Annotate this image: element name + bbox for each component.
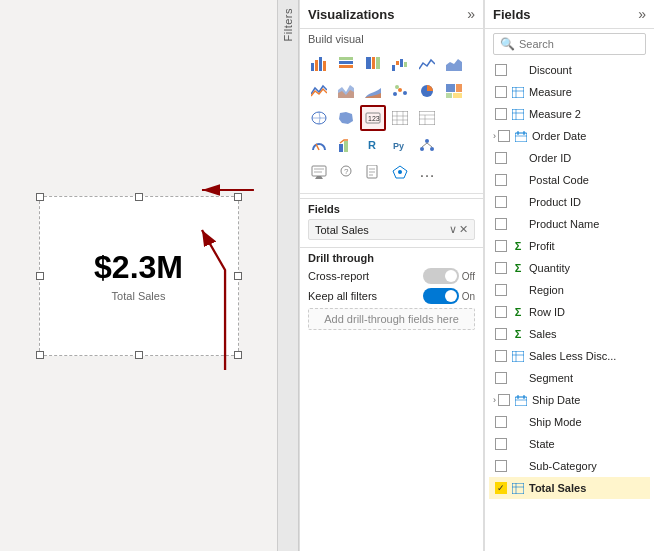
field-pill-remove-icon[interactable]: ✕ <box>459 223 468 236</box>
fields-panel-expand-icon[interactable]: » <box>638 6 646 22</box>
viz-icon-kpi[interactable] <box>333 132 359 158</box>
resize-handle-br[interactable] <box>234 351 242 359</box>
viz-icon-decomp[interactable] <box>414 132 440 158</box>
field-checkbox[interactable] <box>495 328 507 340</box>
viz-panel-title: Visualizations <box>308 7 394 22</box>
field-item[interactable]: Postal Code <box>489 169 650 191</box>
svg-rect-58 <box>367 165 377 178</box>
field-type-icon <box>511 459 525 473</box>
field-item[interactable]: ›Order Date <box>489 125 650 147</box>
field-item[interactable]: Total Sales <box>489 477 650 499</box>
field-checkbox[interactable] <box>495 284 507 296</box>
field-item-name: Quantity <box>529 262 570 274</box>
viz-icon-azure-map[interactable] <box>387 159 413 185</box>
field-checkbox[interactable] <box>495 174 507 186</box>
field-item[interactable]: Product Name <box>489 213 650 235</box>
viz-icon-bar-100[interactable] <box>360 51 386 77</box>
field-checkbox[interactable] <box>495 152 507 164</box>
field-item[interactable]: Order ID <box>489 147 650 169</box>
resize-handle-tr[interactable] <box>234 193 242 201</box>
viz-icon-waterfall[interactable] <box>387 51 413 77</box>
field-pill-chevron-icon[interactable]: ∨ <box>449 223 457 236</box>
field-item[interactable]: Ship Mode <box>489 411 650 433</box>
viz-icon-treemap[interactable] <box>441 78 467 104</box>
field-item[interactable]: ΣProfit <box>489 235 650 257</box>
field-item[interactable]: ›Ship Date <box>489 389 650 411</box>
svg-line-50 <box>422 143 427 147</box>
field-item[interactable]: ΣQuantity <box>489 257 650 279</box>
field-item[interactable]: Measure 2 <box>489 103 650 125</box>
field-item[interactable]: Segment <box>489 367 650 389</box>
field-item[interactable]: Sub-Category <box>489 455 650 477</box>
viz-panel-expand-icon[interactable]: » <box>467 6 475 22</box>
cross-report-toggle[interactable] <box>423 268 459 284</box>
field-checkbox[interactable] <box>498 394 510 406</box>
field-item[interactable]: Region <box>489 279 650 301</box>
resize-handle-ml[interactable] <box>36 272 44 280</box>
expand-arrow-icon[interactable]: › <box>493 395 496 405</box>
viz-icon-qna[interactable]: ? <box>333 159 359 185</box>
viz-icon-more[interactable]: … <box>414 159 440 185</box>
field-checkbox[interactable] <box>495 86 507 98</box>
viz-icon-line2[interactable] <box>306 78 332 104</box>
resize-handle-tl[interactable] <box>36 193 44 201</box>
field-item[interactable]: Sales Less Disc... <box>489 345 650 367</box>
svg-text:123: 123 <box>368 115 380 122</box>
visual-card[interactable]: $2.3M Total Sales <box>39 196 239 356</box>
viz-icon-py[interactable]: Py <box>387 132 413 158</box>
viz-icon-card[interactable]: 123 <box>360 105 386 131</box>
field-checkbox[interactable] <box>495 372 507 384</box>
viz-icon-paginated[interactable] <box>360 159 386 185</box>
resize-handle-bl[interactable] <box>36 351 44 359</box>
field-type-icon <box>511 173 525 187</box>
viz-icon-map[interactable] <box>306 105 332 131</box>
filters-strip[interactable]: Filters <box>277 0 299 551</box>
field-checkbox[interactable] <box>495 196 507 208</box>
viz-icon-gauge[interactable] <box>306 132 332 158</box>
field-checkbox[interactable] <box>495 438 507 450</box>
viz-icon-matrix[interactable] <box>414 105 440 131</box>
keep-filters-toggle[interactable] <box>423 288 459 304</box>
resize-handle-bc[interactable] <box>135 351 143 359</box>
field-checkbox[interactable] <box>495 306 507 318</box>
resize-handle-tc[interactable] <box>135 193 143 201</box>
field-checkbox[interactable] <box>495 416 507 428</box>
viz-icon-filled-map[interactable] <box>333 105 359 131</box>
field-checkbox[interactable] <box>495 460 507 472</box>
field-checkbox[interactable] <box>495 218 507 230</box>
field-type-icon <box>511 349 525 363</box>
viz-icon-table[interactable] <box>387 105 413 131</box>
search-input[interactable] <box>519 38 639 50</box>
field-checkbox[interactable] <box>495 262 507 274</box>
viz-icon-ribbon[interactable] <box>360 78 386 104</box>
field-item[interactable]: ΣRow ID <box>489 301 650 323</box>
viz-icon-smart-narr[interactable] <box>306 159 332 185</box>
field-checkbox[interactable] <box>498 130 510 142</box>
field-item[interactable]: Measure <box>489 81 650 103</box>
viz-icon-area2[interactable] <box>333 78 359 104</box>
viz-icon-area[interactable] <box>441 51 467 77</box>
field-item[interactable]: ΣSales <box>489 323 650 345</box>
viz-icon-scatter[interactable] <box>387 78 413 104</box>
field-checkbox[interactable] <box>495 64 507 76</box>
viz-icon-pie[interactable] <box>414 78 440 104</box>
field-checkbox[interactable] <box>495 350 507 362</box>
field-pill[interactable]: Total Sales ∨ ✕ <box>308 219 475 240</box>
viz-icon-bar-clustered[interactable] <box>306 51 332 77</box>
cross-report-label: Cross-report <box>308 270 369 282</box>
field-item[interactable]: Discount <box>489 59 650 81</box>
resize-handle-mr[interactable] <box>234 272 242 280</box>
search-box[interactable]: 🔍 <box>493 33 646 55</box>
field-checkbox[interactable] <box>495 240 507 252</box>
field-item[interactable]: Product ID <box>489 191 650 213</box>
build-visual-label: Build visual <box>300 29 483 47</box>
icon-row-3: 123 <box>306 105 477 131</box>
viz-icon-r[interactable]: R <box>360 132 386 158</box>
viz-icon-bar-stacked[interactable] <box>333 51 359 77</box>
field-checkbox[interactable] <box>495 108 507 120</box>
drill-drop-zone[interactable]: Add drill-through fields here <box>308 308 475 330</box>
expand-arrow-icon[interactable]: › <box>493 131 496 141</box>
field-item[interactable]: State <box>489 433 650 455</box>
field-checkbox[interactable] <box>495 482 507 494</box>
viz-icon-line[interactable] <box>414 51 440 77</box>
